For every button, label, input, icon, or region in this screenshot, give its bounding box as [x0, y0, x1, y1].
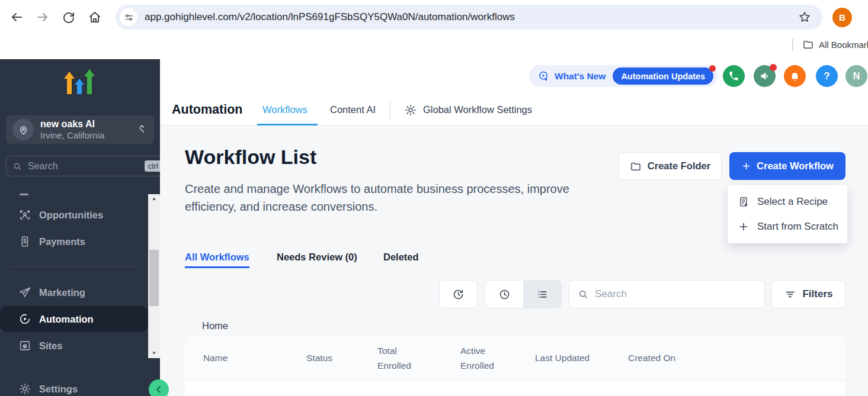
phone-button[interactable] — [723, 65, 745, 87]
gear-icon — [404, 104, 417, 117]
sidebar-search-input[interactable] — [27, 160, 145, 172]
browser-back-icon[interactable] — [9, 10, 24, 24]
account-switcher[interactable]: new oaks AI Irvine, California — [6, 115, 154, 144]
list-view-button[interactable] — [523, 281, 561, 308]
sidebar-item-payments[interactable]: $ Payments — [0, 228, 148, 255]
global-workflow-settings[interactable]: Global Workflow Settings — [404, 95, 532, 125]
address-bar[interactable]: app.gohighlevel.com/v2/location/lnPS691g… — [116, 5, 822, 30]
chevron-left-icon — [153, 384, 164, 395]
recent-view-button[interactable] — [485, 281, 523, 308]
breadcrumb-home[interactable]: Home — [202, 320, 228, 331]
location-pin-icon — [12, 119, 34, 140]
active-filter-tab-underline — [185, 266, 249, 268]
filter-icon — [784, 288, 796, 301]
help-button[interactable]: ? — [816, 65, 838, 87]
notification-dot — [709, 65, 716, 72]
content-area: Workflow List Create and manage Workflow… — [160, 125, 868, 396]
question-mark-icon: ? — [824, 70, 829, 82]
announcements-button[interactable] — [754, 65, 776, 87]
payments-icon: $ — [18, 235, 31, 248]
gear-icon — [18, 382, 31, 395]
menu-item-select-recipe[interactable]: Select a Recipe — [728, 189, 847, 214]
sidebar-item-marketing[interactable]: Marketing — [0, 279, 148, 305]
browser-home-icon[interactable] — [88, 10, 102, 24]
create-workflow-menu: Select a Recipe Start from Scratch — [728, 185, 847, 243]
plus-icon — [741, 161, 751, 171]
scrollbar-down-arrow[interactable]: ▼ — [148, 349, 160, 358]
column-header-status: Status — [306, 336, 332, 381]
scrollbar-thumb[interactable] — [149, 250, 159, 306]
bookmark-star-icon[interactable] — [797, 10, 812, 24]
bookmarks-folder-icon[interactable] — [802, 38, 814, 50]
all-bookmarks-label[interactable]: All Bookmarks — [819, 40, 868, 50]
screen: app.gohighlevel.com/v2/location/lnPS691g… — [0, 0, 868, 396]
table-header-row: Name Status Total Enrolled Active Enroll… — [185, 336, 845, 381]
sidebar: new oaks AI Irvine, California ctrl K — [0, 59, 160, 396]
account-name: new oaks AI — [40, 118, 104, 130]
tab-deleted[interactable]: Deleted — [383, 245, 419, 269]
menu-item-start-from-scratch[interactable]: Start from Scratch — [728, 214, 847, 239]
main-area: What's New Automation Updates ? — [160, 56, 868, 396]
create-folder-label: Create Folder — [648, 160, 710, 172]
browser-profile-avatar[interactable]: B — [832, 8, 852, 27]
automation-icon — [18, 313, 31, 326]
url-text: app.gohighlevel.com/v2/location/lnPS691g… — [145, 11, 515, 23]
browser-toolbar: app.gohighlevel.com/v2/location/lnPS691g… — [0, 0, 868, 34]
sidebar-item-opportunities[interactable]: Opportunities — [0, 202, 148, 228]
sidebar-collapse-button[interactable] — [149, 379, 169, 396]
sidebar-item-label: Automation — [39, 314, 94, 325]
menu-item-label: Start from Scratch — [757, 221, 838, 233]
history-button[interactable] — [439, 280, 478, 308]
workflow-search-input[interactable] — [594, 288, 764, 301]
user-avatar[interactable]: N — [845, 65, 867, 87]
column-header-name: Name — [203, 336, 228, 381]
phone-icon — [728, 70, 739, 82]
notifications-button[interactable] — [784, 65, 806, 87]
automation-updates-pill[interactable]: Automation Updates — [613, 67, 713, 85]
marketing-icon — [18, 286, 31, 299]
whats-new-pill[interactable]: What's New Automation Updates — [529, 65, 718, 87]
filters-label: Filters — [802, 288, 832, 300]
automation-updates-label: Automation Updates — [621, 72, 705, 81]
tab-workflows[interactable]: Workflows — [262, 95, 308, 125]
workflow-filter-tabs: All Workflows Needs Review (0) Deleted — [160, 245, 868, 269]
chevron-up-down-icon — [137, 124, 146, 136]
menu-item-label: Select a Recipe — [757, 196, 828, 208]
tab-content-ai[interactable]: Content AI — [330, 95, 376, 125]
column-header-total-enrolled: Total Enrolled — [377, 336, 420, 381]
workflow-table: Name Status Total Enrolled Active Enroll… — [185, 336, 845, 396]
tab-all-workflows[interactable]: All Workflows — [185, 245, 249, 269]
svg-text:$: $ — [23, 238, 27, 244]
create-folder-button[interactable]: Create Folder — [619, 152, 722, 180]
browser-forward-icon[interactable] — [36, 10, 50, 24]
partial-nav-item — [20, 194, 28, 195]
opportunities-icon — [18, 208, 31, 221]
sidebar-item-automation[interactable]: Automation — [0, 306, 148, 332]
sidebar-divider — [11, 266, 137, 267]
list-toolbar: Filters — [160, 280, 868, 308]
sidebar-item-settings[interactable]: Settings — [0, 376, 148, 396]
clock-icon — [498, 288, 511, 301]
app: new oaks AI Irvine, California ctrl K — [0, 56, 868, 396]
global-workflow-settings-label: Global Workflow Settings — [423, 104, 532, 115]
tabs-divider — [390, 101, 390, 119]
sidebar-scrollbar[interactable]: ▲ ▼ — [148, 194, 160, 358]
sites-icon — [18, 339, 31, 352]
create-workflow-label: Create Workflow — [757, 160, 834, 172]
bell-icon — [789, 70, 800, 82]
view-toggle-group — [485, 280, 562, 308]
create-workflow-button[interactable]: Create Workflow — [729, 152, 845, 180]
bookmarks-bar: All Bookmarks — [0, 34, 868, 56]
column-header-last-updated: Last Updated — [535, 336, 590, 381]
filters-button[interactable]: Filters — [771, 280, 845, 308]
site-settings-icon[interactable] — [120, 8, 137, 26]
automation-tabs-bar: Automation Workflows Content AI Global W… — [160, 95, 868, 125]
sidebar-item-sites[interactable]: Sites — [0, 333, 148, 359]
workflow-search[interactable] — [569, 280, 765, 308]
browser-reload-icon[interactable] — [62, 10, 76, 24]
scrollbar-up-arrow[interactable]: ▲ — [148, 194, 160, 204]
whats-new-label: What's New — [555, 71, 606, 82]
gohighlevel-logo-icon — [63, 68, 97, 98]
tab-needs-review[interactable]: Needs Review (0) — [277, 245, 357, 269]
sidebar-search[interactable]: ctrl K — [6, 156, 160, 176]
